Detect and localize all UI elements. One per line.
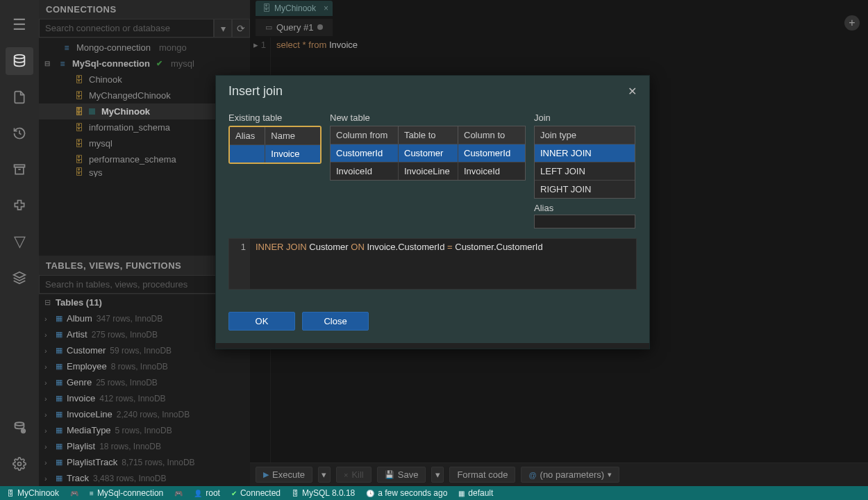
existing-table-section: Existing table Alias Name Invoice	[228, 112, 322, 228]
table-item[interactable]: ›▦Track3,483 rows, InnoDB	[39, 470, 250, 486]
status-gamepad-icon[interactable]: 🎮	[174, 490, 183, 497]
table-item[interactable]: ›▦Employee8 rows, InnoDB	[39, 358, 250, 374]
svg-point-0	[15, 55, 25, 59]
save-button[interactable]: 💾Save	[377, 467, 426, 483]
connections-search-input[interactable]	[39, 19, 214, 38]
table-item[interactable]: ›▦MediaType5 rows, InnoDB	[39, 422, 250, 438]
grid-row[interactable]: INNER JOIN	[535, 144, 635, 162]
filter-button[interactable]: ▾	[214, 19, 232, 38]
svg-point-7	[23, 431, 24, 432]
close-icon[interactable]: ×	[324, 3, 328, 13]
grid-row[interactable]: Invoice	[230, 144, 320, 162]
query-toolbar: ▶Execute ▾ ×Kill 💾Save ▾ Format code @(n…	[250, 462, 868, 486]
table-item[interactable]: ›▦PlaylistTrack8,715 rows, InnoDB	[39, 454, 250, 470]
plugins-icon[interactable]	[6, 192, 33, 219]
status-state[interactable]: ✔Connected	[231, 488, 281, 498]
table-item[interactable]: ›▦InvoiceLine2,240 rows, InnoDB	[39, 406, 250, 422]
status-gamepad-icon[interactable]: 🎮	[70, 490, 78, 497]
history-icon[interactable]	[6, 119, 33, 147]
status-server[interactable]: 🗄MySQL 8.0.18	[292, 488, 355, 498]
status-bar: 🗄MyChinook 🎮 ≡MySql-connection 🎮 👤root ✔…	[0, 486, 868, 500]
svg-point-5	[15, 422, 24, 426]
insert-join-dialog: Insert join ✕ Existing table Alias Name …	[215, 75, 650, 349]
layers-icon[interactable]	[6, 264, 33, 292]
ok-button[interactable]: OK	[228, 312, 295, 331]
connection-item[interactable]: ≡Mongo-connectionmongo	[39, 40, 250, 56]
dialog-title: Insert join	[228, 84, 283, 99]
connection-item[interactable]: ⊟≡MySql-connection ✔mysql	[39, 56, 250, 72]
table-item[interactable]: ›▦Invoice412 rows, InnoDB	[39, 390, 250, 406]
add-tab-button[interactable]: +	[844, 15, 860, 31]
join-section: Join Join type INNER JOIN LEFT JOIN RIGH…	[534, 112, 635, 228]
filter-icon[interactable]: ▽	[6, 228, 33, 256]
svg-point-8	[18, 462, 22, 466]
status-schema[interactable]: ▦default	[458, 488, 493, 498]
grid-row[interactable]: CustomerId Customer CustomerId	[331, 144, 525, 162]
table-item[interactable]: ›▦Playlist18 rows, InnoDB	[39, 438, 250, 454]
kill-button[interactable]: ×Kill	[336, 467, 372, 483]
grid-row[interactable]: RIGHT JOIN	[535, 180, 635, 198]
join-preview: 1 INNER JOIN Customer ON Invoice.Custome…	[228, 238, 637, 290]
settings-icon[interactable]	[6, 450, 33, 478]
database-icon[interactable]	[6, 47, 33, 75]
context-tabs: 🗄MyChinook×	[250, 0, 868, 17]
tables-search-input[interactable]	[39, 275, 232, 294]
save-dropdown[interactable]: ▾	[431, 467, 444, 483]
refresh-button[interactable]: ⟳	[232, 19, 250, 38]
status-connection[interactable]: ≡MySql-connection	[90, 488, 163, 498]
grid-row[interactable]: LEFT JOIN	[535, 162, 635, 180]
archive-icon[interactable]	[6, 156, 33, 183]
file-icon[interactable]	[6, 83, 33, 111]
activity-bar: ☰ ▽	[0, 0, 39, 486]
status-database[interactable]: 🗄MyChinook	[7, 488, 59, 498]
grid-row[interactable]: InvoiceId InvoiceLine InvoiceId	[331, 162, 525, 180]
resize-handle[interactable]	[216, 343, 649, 349]
unsaved-dot-icon	[317, 24, 323, 30]
status-time[interactable]: 🕓a few seconds ago	[366, 488, 447, 498]
svg-marker-4	[14, 272, 26, 278]
alias-input[interactable]	[534, 215, 635, 228]
file-tabs: ▭Query #1 +	[250, 17, 868, 38]
close-button[interactable]: Close	[302, 312, 369, 331]
existing-table-grid[interactable]: Alias Name Invoice	[228, 126, 322, 164]
params-button[interactable]: @(no parameters)▾	[521, 467, 619, 483]
connections-header: CONNECTIONS	[39, 0, 250, 19]
close-icon[interactable]: ✕	[628, 85, 637, 98]
execute-dropdown[interactable]: ▾	[318, 467, 331, 483]
join-type-grid[interactable]: Join type INNER JOIN LEFT JOIN RIGHT JOI…	[534, 126, 635, 199]
context-tab[interactable]: 🗄MyChinook×	[256, 1, 333, 16]
new-table-grid[interactable]: Column from Table to Column to CustomerI…	[330, 126, 526, 181]
eye-db-icon[interactable]	[6, 414, 33, 442]
svg-rect-2	[15, 167, 24, 174]
file-tab[interactable]: ▭Query #1	[256, 19, 333, 36]
execute-button[interactable]: ▶Execute	[256, 467, 312, 483]
menu-icon[interactable]: ☰	[6, 11, 33, 39]
new-table-section: New table Column from Table to Column to…	[330, 112, 526, 228]
table-item[interactable]: ›▦Genre25 rows, InnoDB	[39, 374, 250, 390]
status-user[interactable]: 👤root	[194, 488, 220, 498]
format-button[interactable]: Format code	[449, 467, 515, 483]
